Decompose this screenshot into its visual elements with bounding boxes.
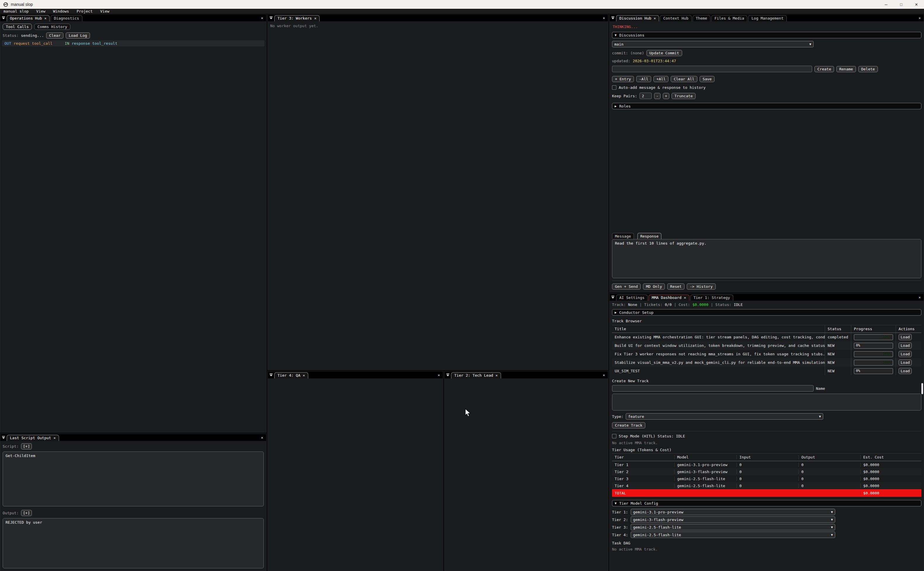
track-row[interactable]: Stabilize visual_sim_mma_v2.py and mock_… — [612, 358, 921, 367]
close-tab-icon[interactable]: × — [654, 16, 656, 20]
dock-menu-icon[interactable] — [610, 296, 616, 299]
tab-message[interactable]: Message — [612, 233, 634, 239]
tab-last-script-output[interactable]: Last Script Output × — [7, 435, 59, 441]
clear-all-button[interactable]: Clear All — [671, 76, 697, 82]
track-row[interactable]: Enhance existing MMA orchestration GUI: … — [612, 333, 921, 341]
tier-model-config-section-header[interactable]: ▼ Tier Model Config — [612, 500, 921, 506]
load-track-button[interactable]: Load — [899, 360, 912, 366]
tool-call-log-row[interactable]: OUT request tool_call IN response tool_r… — [2, 40, 264, 46]
auto-add-checkbox[interactable] — [612, 85, 616, 90]
load-track-button[interactable]: Load — [899, 343, 912, 349]
dock-menu-icon[interactable] — [0, 16, 7, 19]
dock-menu-icon[interactable] — [610, 16, 616, 19]
tab-diagnostics[interactable]: Diagnostics — [51, 15, 82, 21]
track-row[interactable]: Build UI for context window utilization,… — [612, 341, 921, 350]
load-track-button[interactable]: Load — [899, 351, 912, 357]
tab-ai-settings[interactable]: AI Settings — [616, 295, 648, 301]
panel-close-icon[interactable]: × — [918, 295, 921, 299]
output-textarea[interactable]: REJECTED by user — [3, 518, 264, 568]
expand-all-button[interactable]: +All — [653, 76, 668, 82]
save-button[interactable]: Save — [700, 76, 715, 82]
load-track-button[interactable]: Load — [899, 368, 912, 374]
dock-menu-icon[interactable] — [0, 436, 7, 439]
menu-item-view[interactable]: View — [36, 9, 45, 14]
conductor-setup-section-header[interactable]: ▶ Conductor Setup — [612, 309, 921, 316]
panel-close-icon[interactable]: × — [603, 16, 605, 20]
rename-button[interactable]: Rename — [836, 66, 856, 72]
subtab-comms-history[interactable]: Comms History — [34, 24, 71, 30]
minimize-icon[interactable]: ─ — [878, 0, 894, 9]
discussion-select[interactable]: main ▼ — [612, 41, 813, 47]
discussions-section-header[interactable]: ▼ Discussions — [612, 32, 921, 38]
keep-pairs-plus-button[interactable]: + — [663, 93, 669, 99]
tab-tier2-tech-lead[interactable]: Tier 2: Tech Lead × — [451, 372, 501, 378]
dock-menu-icon[interactable] — [445, 373, 451, 377]
tab-tier3-workers[interactable]: Tier 3: Workers × — [274, 15, 320, 21]
close-tab-icon[interactable]: × — [496, 373, 498, 378]
gen-send-button[interactable]: Gen + Send — [612, 284, 641, 290]
tab-context-hub[interactable]: Context Hub — [660, 15, 691, 21]
truncate-button[interactable]: Truncate — [671, 93, 696, 99]
close-tab-icon[interactable]: × — [54, 436, 56, 440]
script-textarea[interactable]: Get-ChildItem — [3, 452, 264, 506]
menu-item-manual-slop[interactable]: manual slop — [3, 9, 29, 14]
create-track-button[interactable]: Create Track — [612, 422, 645, 428]
close-icon[interactable]: ✕ — [909, 0, 924, 9]
menu-item-windows[interactable]: Windows — [53, 9, 69, 14]
load-log-button[interactable]: Load Log — [66, 32, 90, 39]
tab-log-management[interactable]: Log Management — [748, 15, 787, 21]
last-script-output-panel: Last Script Output × × Script: [+] Get-C… — [0, 434, 266, 571]
reset-button[interactable]: Reset — [667, 284, 684, 290]
tier3-model-select[interactable]: gemini-2.5-flash-lite ▼ — [631, 524, 835, 530]
subtab-tool-calls[interactable]: Tool Calls — [3, 24, 32, 30]
track-row[interactable]: UX_SIM_TEST NEW 0% Load — [612, 367, 921, 375]
tab-discussion-hub[interactable]: Discussion Hub × — [616, 15, 659, 21]
delete-button[interactable]: Delete — [858, 66, 878, 72]
md-only-button[interactable]: MD Only — [643, 284, 665, 290]
maximize-icon[interactable]: □ — [894, 0, 909, 9]
tier1-model-select[interactable]: gemini-3.1-pro-preview ▼ — [631, 509, 835, 515]
create-button[interactable]: Create — [815, 66, 834, 72]
track-row[interactable]: Fix Tier 3 worker responses not reaching… — [612, 350, 921, 358]
to-history-button[interactable]: -> History — [687, 284, 715, 290]
tab-operations-hub[interactable]: Operations Hub × — [7, 15, 50, 21]
menu-item-view2[interactable]: View — [100, 9, 109, 14]
tier2-model-select[interactable]: gemini-3-flash-preview ▼ — [631, 516, 835, 523]
tab-response[interactable]: Response — [638, 233, 662, 239]
menu-item-project[interactable]: Project — [77, 9, 92, 14]
dock-menu-icon[interactable] — [268, 373, 274, 377]
panel-close-icon[interactable]: × — [918, 16, 921, 20]
keep-pairs-minus-button[interactable]: - — [654, 93, 661, 99]
panel-close-icon[interactable]: × — [603, 373, 605, 377]
close-tab-icon[interactable]: × — [314, 16, 316, 20]
update-commit-button[interactable]: Update Commit — [647, 50, 682, 56]
collapse-all-button[interactable]: -All — [636, 76, 651, 82]
track-type-select[interactable]: feature ▼ — [626, 413, 823, 420]
script-expand-button[interactable]: [+] — [21, 443, 32, 449]
message-textarea[interactable]: Read the first 10 lines of aggregate.py. — [612, 239, 921, 278]
tab-mma-dashboard[interactable]: MMA Dashboard × — [648, 295, 690, 301]
tab-theme[interactable]: Theme — [693, 15, 710, 21]
add-entry-button[interactable]: + Entry — [612, 76, 634, 82]
panel-close-icon[interactable]: × — [437, 373, 440, 377]
tier4-model-select[interactable]: gemini-2.5-flash-lite ▼ — [631, 532, 835, 538]
output-expand-button[interactable]: [+] — [21, 510, 32, 516]
clear-button[interactable]: Clear — [46, 32, 63, 39]
new-track-name-input[interactable] — [612, 385, 813, 392]
roles-section-header[interactable]: ▶ Roles — [612, 103, 921, 109]
new-track-description-textarea[interactable] — [612, 394, 921, 411]
step-mode-checkbox[interactable] — [612, 434, 616, 438]
tab-tier4-qa[interactable]: Tier 4: QA × — [274, 372, 308, 378]
discussion-name-input[interactable] — [612, 66, 812, 72]
tab-tier1-strategy[interactable]: Tier 1: Strategy — [690, 295, 733, 301]
panel-close-icon[interactable]: × — [261, 435, 263, 440]
close-tab-icon[interactable]: × — [45, 16, 47, 20]
close-tab-icon[interactable]: × — [303, 373, 305, 378]
keep-pairs-input[interactable] — [639, 93, 652, 99]
tab-files-media[interactable]: Files & Media — [711, 15, 748, 21]
dock-menu-icon[interactable] — [268, 16, 274, 19]
vertical-scrollbar-thumb[interactable] — [921, 383, 923, 394]
close-tab-icon[interactable]: × — [684, 295, 686, 300]
load-track-button[interactable]: Load — [899, 334, 912, 340]
panel-close-icon[interactable]: × — [261, 16, 263, 20]
